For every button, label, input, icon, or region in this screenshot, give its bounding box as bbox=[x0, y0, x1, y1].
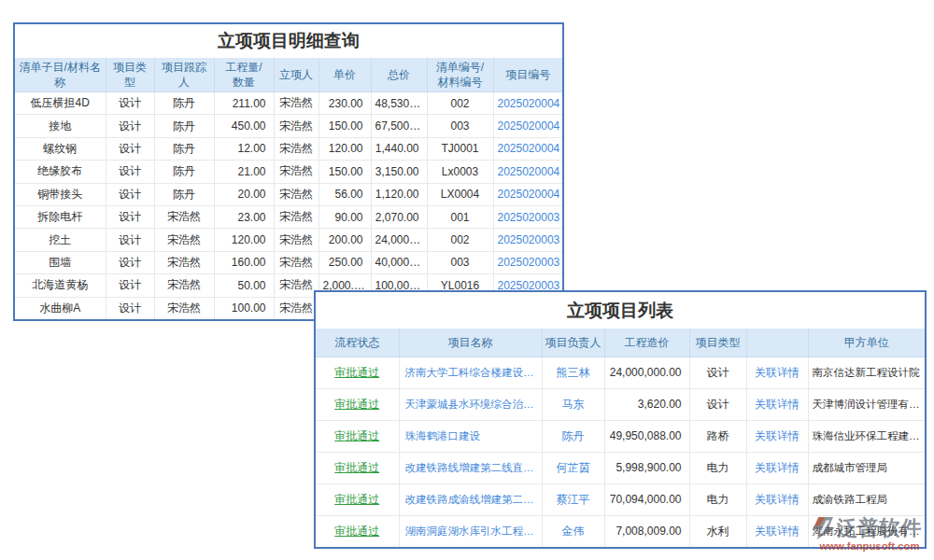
cell-total-price: 67,500… bbox=[371, 115, 427, 137]
cell-initiator: 宋浩然 bbox=[274, 115, 318, 137]
cell-manager[interactable]: 陈丹 bbox=[542, 420, 604, 452]
column-header-tracker: 项目跟踪 人 bbox=[154, 58, 214, 92]
table-row: 挖土设计宋浩然120.00宋浩然200.0024,000…00220250200… bbox=[15, 229, 562, 251]
cell-project-code[interactable]: 2025020004 bbox=[493, 115, 562, 137]
column-header-item-code: 清单编号/ 材料编号 bbox=[427, 58, 493, 92]
cell-initiator: 宋浩然 bbox=[274, 183, 318, 205]
cell-cost: 49,950,088.00 bbox=[604, 420, 689, 452]
cell-item-name: 铜带接头 bbox=[15, 183, 106, 205]
cell-initiator: 宋浩然 bbox=[274, 161, 318, 183]
cell-item-code: 002 bbox=[427, 229, 493, 251]
cell-status[interactable]: 审批通过 bbox=[316, 420, 399, 452]
cell-cost: 70,094,000.00 bbox=[604, 483, 689, 515]
cell-cost: 3,620.00 bbox=[604, 388, 689, 420]
cell-item-code: 003 bbox=[427, 251, 493, 273]
cell-project-type: 设计 bbox=[106, 251, 154, 273]
cell-status[interactable]: 审批通过 bbox=[316, 452, 399, 483]
cell-item-name: 绝缘胶布 bbox=[15, 161, 106, 183]
cell-client-unit: 湖南永拓工程股份有… bbox=[808, 515, 925, 547]
cell-total-price: 48,530… bbox=[371, 92, 427, 115]
cell-initiator: 宋浩然 bbox=[274, 297, 318, 319]
cell-item-name: 接地 bbox=[15, 115, 106, 137]
table-row: 围墙设计宋浩然160.00宋浩然250.0040,000…00320250200… bbox=[15, 251, 562, 273]
cell-project-name[interactable]: 改建铁路线增建第二线直… bbox=[399, 452, 542, 483]
cell-status[interactable]: 审批通过 bbox=[316, 515, 399, 547]
cell-project-code[interactable]: 2025020004 bbox=[493, 92, 562, 115]
cell-project-type: 设计 bbox=[106, 229, 154, 251]
cell-tracker: 宋浩然 bbox=[154, 274, 214, 297]
header-row: 清单子目/材料名 称项目类 型项目跟踪 人工程量/ 数量立项人单价总价清单编号/… bbox=[15, 58, 562, 92]
cell-manager[interactable]: 金伟 bbox=[542, 515, 604, 547]
cell-initiator: 宋浩然 bbox=[274, 137, 318, 160]
cell-total-price: 40,000… bbox=[371, 251, 427, 273]
cell-detail-link[interactable]: 关联详情 bbox=[746, 357, 808, 388]
cell-project-name[interactable]: 珠海鹤港口建设 bbox=[399, 420, 542, 452]
cell-total-price: 3,150.00 bbox=[371, 161, 427, 183]
cell-tracker: 宋浩然 bbox=[154, 229, 214, 251]
cell-item-name: 拆除电杆 bbox=[15, 205, 106, 228]
cell-unit-price: 150.00 bbox=[318, 115, 371, 137]
cell-quantity: 21.00 bbox=[214, 161, 274, 183]
project-list-title: 立项项目列表 bbox=[316, 292, 925, 329]
cell-tracker: 陈丹 bbox=[154, 115, 214, 137]
column-header-project-name: 项目名称 bbox=[399, 329, 542, 357]
column-header-total-price: 总价 bbox=[371, 58, 427, 92]
cell-item-name: 螺纹钢 bbox=[15, 137, 106, 160]
cell-project-type: 设计 bbox=[106, 183, 154, 205]
table-row: 审批通过湖南洞庭湖水库引水工程…金伟7,008,009.00水利关联详情湖南永拓… bbox=[316, 515, 925, 547]
cell-project-code[interactable]: 2025020004 bbox=[493, 183, 562, 205]
cell-status[interactable]: 审批通过 bbox=[316, 388, 399, 420]
cell-total-price: 24,000… bbox=[371, 229, 427, 251]
header-row: 流程状态项目名称项目负责人工程造价项目类型甲方单位 bbox=[316, 329, 925, 357]
cell-type: 设计 bbox=[689, 357, 746, 388]
cell-total-price: 1,120.00 bbox=[371, 183, 427, 205]
cell-status[interactable]: 审批通过 bbox=[316, 357, 399, 388]
cell-tracker: 宋浩然 bbox=[154, 205, 214, 228]
cell-status[interactable]: 审批通过 bbox=[316, 483, 399, 515]
cell-detail-link[interactable]: 关联详情 bbox=[746, 388, 808, 420]
cell-type: 水利 bbox=[689, 515, 746, 547]
detail-query-window: 立项项目明细查询 清单子目/材料名 称项目类 型项目跟踪 人工程量/ 数量立项人… bbox=[13, 22, 564, 321]
cell-item-code: Lx0003 bbox=[427, 161, 493, 183]
cell-project-code[interactable]: 2025020003 bbox=[493, 251, 562, 273]
cell-manager[interactable]: 何芷茵 bbox=[542, 452, 604, 483]
project-list-table: 流程状态项目名称项目负责人工程造价项目类型甲方单位 审批通过济南大学工科综合楼建… bbox=[316, 329, 925, 547]
cell-detail-link[interactable]: 关联详情 bbox=[746, 452, 808, 483]
column-header-client-unit: 甲方单位 bbox=[808, 329, 925, 357]
cell-quantity: 20.00 bbox=[214, 183, 274, 205]
cell-project-name[interactable]: 改建铁路成渝线增建第二… bbox=[399, 483, 542, 515]
cell-project-name[interactable]: 天津蒙城县水环境综合治… bbox=[399, 388, 542, 420]
cell-unit-price: 150.00 bbox=[318, 161, 371, 183]
cell-manager[interactable]: 蔡江平 bbox=[542, 483, 604, 515]
detail-query-table: 清单子目/材料名 称项目类 型项目跟踪 人工程量/ 数量立项人单价总价清单编号/… bbox=[15, 58, 562, 319]
cell-item-code: TJ0001 bbox=[427, 137, 493, 160]
cell-project-name[interactable]: 济南大学工科综合楼建设… bbox=[399, 357, 542, 388]
cell-unit-price: 250.00 bbox=[318, 251, 371, 273]
cell-project-code[interactable]: 2025020003 bbox=[493, 205, 562, 228]
cell-quantity: 120.00 bbox=[214, 229, 274, 251]
detail-query-title: 立项项目明细查询 bbox=[15, 24, 562, 58]
cell-manager[interactable]: 马东 bbox=[542, 388, 604, 420]
cell-unit-price: 90.00 bbox=[318, 205, 371, 228]
cell-total-price: 1,440.00 bbox=[371, 137, 427, 160]
cell-initiator: 宋浩然 bbox=[274, 251, 318, 273]
cell-total-price: 2,070.00 bbox=[371, 205, 427, 228]
cell-quantity: 160.00 bbox=[214, 251, 274, 273]
cell-client-unit: 南京信达新工程设计院 bbox=[808, 357, 925, 388]
column-header-unit-price: 单价 bbox=[318, 58, 371, 92]
cell-project-type: 设计 bbox=[106, 115, 154, 137]
cell-project-name[interactable]: 湖南洞庭湖水库引水工程… bbox=[399, 515, 542, 547]
cell-manager[interactable]: 熊三林 bbox=[542, 357, 604, 388]
cell-detail-link[interactable]: 关联详情 bbox=[746, 483, 808, 515]
cell-cost: 24,000,000.00 bbox=[604, 357, 689, 388]
table-row: 审批通过珠海鹤港口建设陈丹49,950,088.00路桥关联详情珠海信业环保工程… bbox=[316, 420, 925, 452]
cell-project-type: 设计 bbox=[106, 297, 154, 319]
cell-client-unit: 天津博润设计管理有… bbox=[808, 388, 925, 420]
cell-project-code[interactable]: 2025020004 bbox=[493, 161, 562, 183]
cell-detail-link[interactable]: 关联详情 bbox=[746, 515, 808, 547]
cell-project-code[interactable]: 2025020004 bbox=[493, 137, 562, 160]
cell-tracker: 陈丹 bbox=[154, 92, 214, 115]
cell-item-code: 003 bbox=[427, 115, 493, 137]
cell-project-code[interactable]: 2025020003 bbox=[493, 229, 562, 251]
cell-detail-link[interactable]: 关联详情 bbox=[746, 420, 808, 452]
